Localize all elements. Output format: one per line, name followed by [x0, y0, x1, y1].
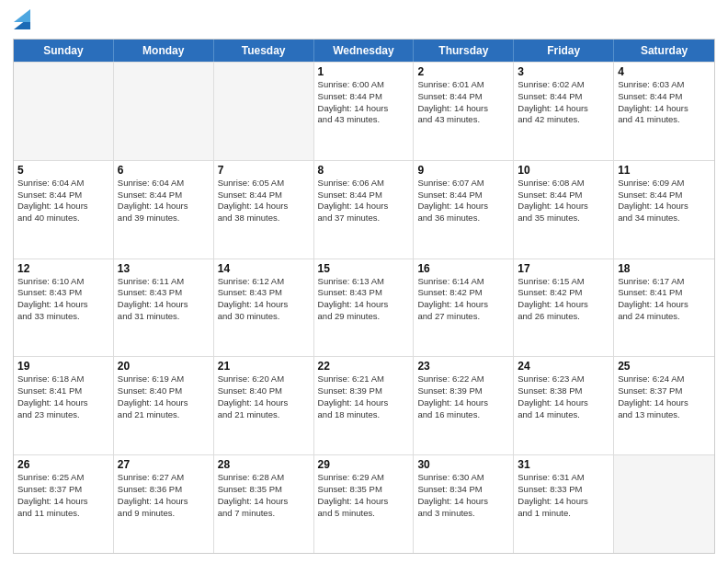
day-number: 28: [218, 458, 310, 471]
day-number: 18: [618, 262, 711, 275]
day-number: 29: [318, 458, 410, 471]
cell-info-line: Daylight: 14 hours: [618, 103, 711, 115]
cell-info-line: Sunrise: 6:00 AM: [318, 79, 410, 91]
cell-info-line: and 37 minutes.: [318, 213, 410, 224]
cell-info-line: and 41 minutes.: [618, 114, 711, 126]
cell-info-line: Sunrise: 6:20 AM: [218, 373, 310, 385]
cell-info-line: and 29 minutes.: [318, 311, 410, 323]
calendar-cell: 23Sunrise: 6:22 AMSunset: 8:39 PMDayligh…: [414, 357, 514, 454]
day-number: 27: [118, 458, 210, 471]
calendar-body: 1Sunrise: 6:00 AMSunset: 8:44 PMDaylight…: [14, 62, 714, 553]
cell-info-line: and 9 minutes.: [118, 508, 210, 520]
cell-info-line: Daylight: 14 hours: [17, 397, 109, 409]
day-number: 25: [618, 360, 711, 373]
calendar-row-3: 19Sunrise: 6:18 AMSunset: 8:41 PMDayligh…: [14, 356, 714, 454]
cell-info-line: Sunrise: 6:22 AM: [417, 373, 509, 385]
cell-info-line: Sunrise: 6:06 AM: [318, 178, 410, 190]
cell-info-line: Sunset: 8:36 PM: [118, 484, 210, 496]
calendar-cell: 7Sunrise: 6:05 AMSunset: 8:44 PMDaylight…: [214, 161, 314, 259]
cell-info-line: Daylight: 14 hours: [318, 397, 410, 409]
calendar-cell: 27Sunrise: 6:27 AMSunset: 8:36 PMDayligh…: [114, 455, 214, 553]
calendar-cell: 11Sunrise: 6:09 AMSunset: 8:44 PMDayligh…: [614, 161, 714, 259]
calendar-cell: 4Sunrise: 6:03 AMSunset: 8:44 PMDaylight…: [614, 63, 714, 160]
cell-info-line: and 43 minutes.: [318, 114, 410, 126]
calendar-cell: 24Sunrise: 6:23 AMSunset: 8:38 PMDayligh…: [514, 357, 614, 454]
cell-info-line: Sunset: 8:41 PM: [17, 385, 109, 397]
day-number: 11: [618, 164, 711, 177]
day-number: 3: [518, 65, 609, 78]
cell-info-line: Sunrise: 6:29 AM: [318, 472, 410, 484]
cell-info-line: and 5 minutes.: [318, 508, 410, 520]
cell-info-line: Daylight: 14 hours: [218, 397, 310, 409]
cell-info-line: Sunset: 8:44 PM: [618, 190, 711, 201]
cell-info-line: Sunrise: 6:05 AM: [218, 178, 310, 190]
cell-info-line: Sunrise: 6:04 AM: [118, 178, 210, 190]
header-day-friday: Friday: [514, 40, 614, 62]
cell-info-line: Sunrise: 6:01 AM: [417, 79, 509, 91]
cell-info-line: and 30 minutes.: [218, 311, 310, 323]
cell-info-line: Sunset: 8:42 PM: [518, 287, 609, 299]
cell-info-line: Sunset: 8:35 PM: [318, 484, 410, 496]
cell-info-line: Sunrise: 6:03 AM: [618, 79, 711, 91]
cell-info-line: Sunset: 8:44 PM: [318, 190, 410, 201]
cell-info-line: and 26 minutes.: [518, 311, 609, 323]
calendar-cell: 2Sunrise: 6:01 AMSunset: 8:44 PMDaylight…: [414, 63, 514, 160]
cell-info-line: Sunrise: 6:09 AM: [618, 178, 711, 190]
cell-info-line: Sunrise: 6:08 AM: [518, 178, 609, 190]
cell-info-line: Sunrise: 6:17 AM: [618, 276, 711, 288]
calendar-cell: 16Sunrise: 6:14 AMSunset: 8:42 PMDayligh…: [414, 259, 514, 357]
cell-info-line: Daylight: 14 hours: [318, 103, 410, 115]
cell-info-line: Sunset: 8:43 PM: [17, 287, 109, 299]
cell-info-line: and 18 minutes.: [318, 409, 410, 421]
cell-info-line: Sunset: 8:33 PM: [518, 484, 609, 496]
day-number: 14: [218, 262, 310, 275]
calendar-cell: 20Sunrise: 6:19 AMSunset: 8:40 PMDayligh…: [114, 357, 214, 454]
cell-info-line: Daylight: 14 hours: [417, 397, 509, 409]
cell-info-line: Sunset: 8:44 PM: [417, 190, 509, 201]
header-day-thursday: Thursday: [414, 40, 514, 62]
day-number: 7: [218, 164, 310, 177]
cell-info-line: and 40 minutes.: [17, 213, 109, 224]
cell-info-line: Daylight: 14 hours: [417, 299, 509, 311]
cell-info-line: Sunrise: 6:04 AM: [17, 178, 109, 190]
cell-info-line: Sunset: 8:41 PM: [618, 287, 711, 299]
day-number: 24: [518, 360, 609, 373]
cell-info-line: and 34 minutes.: [618, 213, 711, 224]
calendar-cell: [114, 63, 214, 160]
cell-info-line: and 31 minutes.: [118, 311, 210, 323]
cell-info-line: Daylight: 14 hours: [518, 201, 609, 213]
cell-info-line: Sunset: 8:44 PM: [17, 190, 109, 201]
cell-info-line: Sunrise: 6:07 AM: [417, 178, 509, 190]
cell-info-line: Sunrise: 6:13 AM: [318, 276, 410, 288]
cell-info-line: Sunrise: 6:27 AM: [118, 472, 210, 484]
day-number: 17: [518, 262, 609, 275]
calendar-cell: 21Sunrise: 6:20 AMSunset: 8:40 PMDayligh…: [214, 357, 314, 454]
day-number: 10: [518, 164, 609, 177]
cell-info-line: Daylight: 14 hours: [318, 299, 410, 311]
cell-info-line: Daylight: 14 hours: [318, 496, 410, 508]
calendar: SundayMondayTuesdayWednesdayThursdayFrid…: [13, 39, 715, 554]
page: SundayMondayTuesdayWednesdayThursdayFrid…: [0, 0, 728, 563]
cell-info-line: Daylight: 14 hours: [518, 496, 609, 508]
day-number: 31: [518, 458, 609, 471]
cell-info-line: Sunrise: 6:12 AM: [218, 276, 310, 288]
cell-info-line: Daylight: 14 hours: [618, 299, 711, 311]
cell-info-line: Sunset: 8:44 PM: [618, 91, 711, 103]
header-day-monday: Monday: [114, 40, 214, 62]
cell-info-line: and 11 minutes.: [17, 508, 109, 520]
cell-info-line: Sunset: 8:35 PM: [218, 484, 310, 496]
cell-info-line: and 14 minutes.: [518, 409, 609, 421]
cell-info-line: Sunset: 8:44 PM: [417, 91, 509, 103]
day-number: 15: [318, 262, 410, 275]
cell-info-line: and 43 minutes.: [417, 114, 509, 126]
day-number: 26: [17, 458, 109, 471]
calendar-cell: 8Sunrise: 6:06 AMSunset: 8:44 PMDaylight…: [314, 161, 415, 259]
cell-info-line: Sunrise: 6:24 AM: [618, 373, 711, 385]
cell-info-line: Daylight: 14 hours: [417, 496, 509, 508]
cell-info-line: Sunrise: 6:28 AM: [218, 472, 310, 484]
cell-info-line: Daylight: 14 hours: [17, 299, 109, 311]
day-number: 16: [417, 262, 509, 275]
calendar-cell: 19Sunrise: 6:18 AMSunset: 8:41 PMDayligh…: [14, 357, 114, 454]
header: [13, 9, 715, 31]
logo: [13, 9, 30, 31]
